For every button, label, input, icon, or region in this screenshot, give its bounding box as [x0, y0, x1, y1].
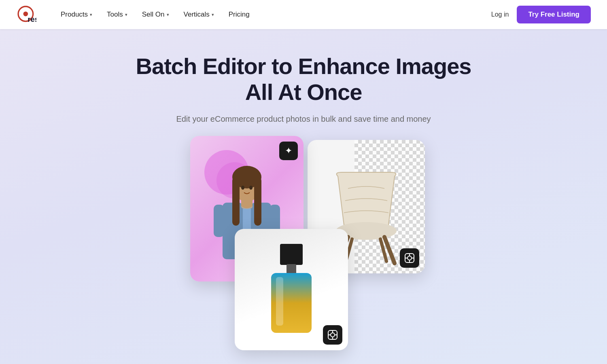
svg-text:resma: resma: [28, 15, 36, 23]
svg-point-1: [23, 12, 28, 17]
nav-links: Products ▾ Tools ▾ Sell On ▾ Verticals ▾…: [61, 11, 491, 19]
svg-point-24: [407, 256, 412, 260]
nav-products[interactable]: Products ▾: [61, 11, 92, 19]
logo-icon: resma: [16, 4, 36, 25]
svg-rect-30: [287, 264, 296, 274]
chevron-down-icon: ▾: [90, 12, 92, 17]
image-cluster: ✦: [158, 136, 449, 350]
nav-sell-on[interactable]: Sell On ▾: [142, 11, 169, 19]
logo[interactable]: resma: [16, 4, 36, 25]
perfume-figure: [259, 243, 324, 336]
hero-subtitle: Edit your eCommerce product photos in bu…: [176, 114, 431, 124]
edit-icon-2: [327, 329, 338, 341]
hero-title: Batch Editor to Enhance Images All At On…: [121, 53, 486, 106]
perfume-edit-badge: [323, 325, 342, 345]
sparkle-icon: ✦: [285, 146, 292, 156]
perfume-card: [235, 229, 348, 350]
nav-pricing[interactable]: Pricing: [229, 11, 250, 19]
nav-actions: Log in Try Free Listing: [491, 6, 591, 23]
chevron-down-icon: ▾: [212, 12, 214, 17]
svg-point-14: [249, 186, 253, 190]
svg-rect-15: [214, 205, 224, 237]
nav-tools[interactable]: Tools ▾: [107, 11, 127, 19]
svg-point-13: [241, 186, 244, 190]
hero-section: Batch Editor to Enhance Images All At On…: [0, 29, 607, 364]
svg-point-34: [331, 333, 335, 337]
chevron-down-icon: ▾: [125, 12, 127, 17]
svg-rect-12: [254, 177, 261, 226]
chair-edit-badge: [400, 248, 419, 268]
login-button[interactable]: Log in: [491, 11, 509, 18]
nav-verticals[interactable]: Verticals ▾: [184, 11, 214, 19]
svg-rect-29: [280, 244, 303, 265]
navbar: resma Products ▾ Tools ▾ Sell On ▾ Verti…: [0, 0, 607, 29]
chevron-down-icon: ▾: [167, 12, 169, 17]
svg-rect-11: [232, 177, 240, 226]
try-free-listing-button[interactable]: Try Free Listing: [517, 6, 591, 23]
edit-icon: [404, 252, 415, 264]
sparkle-badge: ✦: [279, 142, 298, 160]
svg-rect-32: [276, 277, 283, 326]
